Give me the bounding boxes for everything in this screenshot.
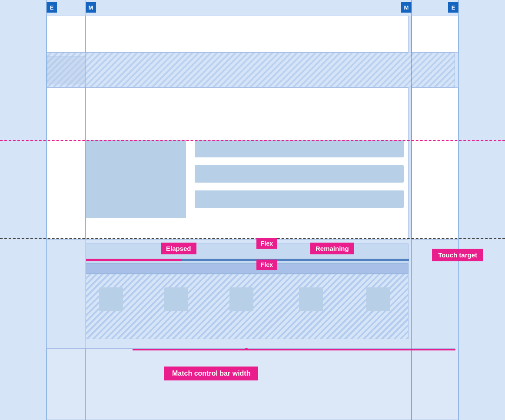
ctrl-btn-3[interactable] <box>229 287 253 311</box>
pink-line-marker <box>245 348 248 350</box>
secondary-bar <box>86 263 409 274</box>
badge-e-right: E <box>448 2 458 13</box>
guide-m-left <box>86 0 86 420</box>
guide-m-right <box>411 0 412 420</box>
flex-badge-2: Flex <box>256 260 277 270</box>
ctrl-btn-2[interactable] <box>164 287 188 311</box>
center-content-area <box>86 87 409 240</box>
match-control-bar-label: Match control bar width <box>164 367 258 380</box>
right-content-panel <box>412 87 458 240</box>
white-block-top-right <box>412 16 458 53</box>
pink-top-border <box>133 349 455 350</box>
info-row-2 <box>195 165 404 183</box>
ctrl-btn-1[interactable] <box>99 287 123 311</box>
bottom-right-col <box>412 349 458 420</box>
controls-hatch-row <box>86 274 409 339</box>
ctrl-btn-4[interactable] <box>299 287 323 311</box>
info-row-3 <box>195 190 404 208</box>
left-content-panel <box>47 87 86 240</box>
info-row-1 <box>195 140 404 157</box>
hline-pink <box>0 140 505 141</box>
guide-e-left <box>47 0 47 420</box>
bottom-inner <box>86 353 409 414</box>
main-canvas: E M M E Flex Elapsed Remaining <box>0 0 505 420</box>
hline-black <box>0 238 505 239</box>
touch-target-label: Touch target <box>432 249 483 261</box>
ctrl-btn-5[interactable] <box>366 287 390 311</box>
progress-elapsed-bar <box>86 259 182 261</box>
white-block-top-left <box>47 16 86 53</box>
guide-e-right <box>458 0 458 420</box>
remaining-label: Remaining <box>310 243 354 254</box>
white-block-top-center <box>86 16 409 53</box>
media-block <box>86 140 186 218</box>
flex-badge-1: Flex <box>256 238 277 249</box>
hatch-row-2 <box>47 53 455 87</box>
elapsed-label: Elapsed <box>161 243 196 254</box>
badge-m-left: M <box>86 2 96 13</box>
badge-e-left: E <box>47 2 57 13</box>
badge-m-right: M <box>401 2 412 13</box>
bottom-left-col <box>47 349 86 420</box>
progress-remaining-bar <box>182 259 409 261</box>
bottom-section: Match control bar width <box>47 349 455 420</box>
progress-bar-container[interactable] <box>86 243 409 263</box>
